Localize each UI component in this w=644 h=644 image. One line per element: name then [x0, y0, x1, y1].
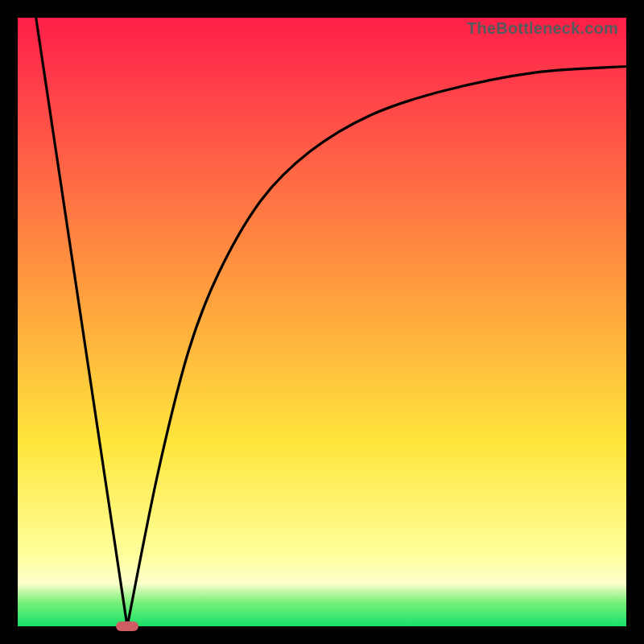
bottleneck-curve — [18, 18, 626, 626]
plot-area: TheBottleneck.com — [18, 18, 626, 626]
curve-path — [36, 18, 626, 626]
optimal-point-marker — [116, 621, 138, 631]
chart-frame: TheBottleneck.com — [0, 0, 644, 644]
